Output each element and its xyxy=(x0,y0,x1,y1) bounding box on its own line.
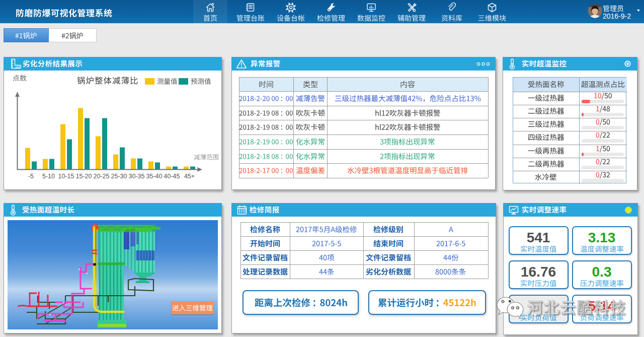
svg-text:40-45: 40-45 xyxy=(164,173,180,180)
svg-text:5-10: 5-10 xyxy=(42,173,55,180)
svg-text:25-30: 25-30 xyxy=(111,173,127,180)
svg-text:10-15: 10-15 xyxy=(58,173,74,180)
svg-text:45+: 45+ xyxy=(184,173,195,180)
svg-text:30-35: 30-35 xyxy=(129,173,145,180)
svg-text:15-20: 15-20 xyxy=(76,173,92,180)
svg-text:20-25: 20-25 xyxy=(94,173,110,180)
svg-text:-5: -5 xyxy=(28,173,34,180)
svg-text:35-40: 35-40 xyxy=(146,173,163,180)
